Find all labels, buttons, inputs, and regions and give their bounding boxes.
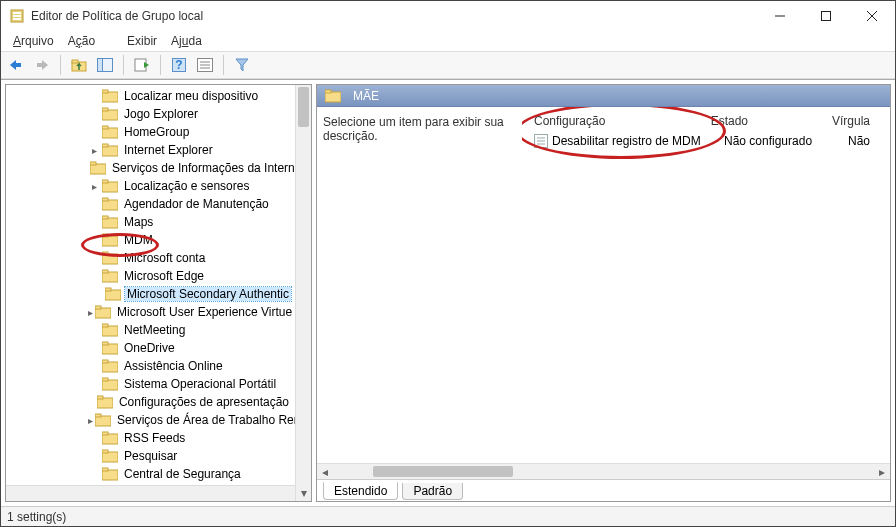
folder-icon xyxy=(95,413,111,427)
tree-item-label: Pesquisar xyxy=(122,449,179,463)
svg-rect-2 xyxy=(13,15,21,17)
menu-action[interactable]: Ação xyxy=(62,34,101,48)
tree-item[interactable]: MDM xyxy=(6,231,295,249)
scroll-left-arrow-icon[interactable]: ◂ xyxy=(317,465,333,479)
scroll-down-arrow-icon[interactable]: ▾ xyxy=(296,485,311,501)
tree-view[interactable]: Localizar meu dispositivoJogo ExplorerHo… xyxy=(6,85,295,501)
maximize-button[interactable] xyxy=(803,1,849,31)
toolbar-separator xyxy=(160,55,161,75)
tree-item-label: Microsoft Secondary Authentic xyxy=(125,287,291,301)
settings-column: Configuração Estado Vírgula Desabilitar … xyxy=(522,107,890,479)
tree-vertical-scrollbar[interactable]: ▴ ▾ xyxy=(295,85,311,501)
tree-item[interactable]: Sistema Operacional Portátil xyxy=(6,375,295,393)
menu-view[interactable]: Exibir xyxy=(121,34,163,48)
close-button[interactable] xyxy=(849,1,895,31)
back-button[interactable] xyxy=(5,54,27,76)
export-button[interactable] xyxy=(131,54,153,76)
scroll-right-arrow-icon[interactable]: ▸ xyxy=(874,465,890,479)
setting-name: Desabilitar registro de MDM xyxy=(552,134,701,148)
expand-icon[interactable]: ▸ xyxy=(88,415,93,426)
tree-item-label: Microsoft Edge xyxy=(122,269,206,283)
scroll-track[interactable] xyxy=(333,464,874,479)
scroll-thumb[interactable] xyxy=(373,466,513,477)
tree-item[interactable]: ▸Microsoft User Experience Virtue xyxy=(6,303,295,321)
expand-icon[interactable]: ▸ xyxy=(88,145,100,156)
scroll-thumb[interactable] xyxy=(298,87,309,127)
tree-item[interactable]: ▸Localização e sensores xyxy=(6,177,295,195)
filter-button[interactable] xyxy=(231,54,253,76)
toolbar-separator xyxy=(223,55,224,75)
tree-item-label: Central de Segurança xyxy=(122,467,243,481)
tree-item-label: Serviços de Área de Trabalho Remota xyxy=(115,413,295,427)
folder-icon xyxy=(95,305,111,319)
svg-rect-46 xyxy=(102,270,108,273)
svg-rect-42 xyxy=(102,234,108,237)
tree-item[interactable]: Maps xyxy=(6,213,295,231)
tree-item-label: Microsoft User Experience Virtue xyxy=(115,305,294,319)
column-header-setting[interactable]: Configuração xyxy=(524,114,701,128)
content-area: Localizar meu dispositivoJogo ExplorerHo… xyxy=(1,79,895,506)
tree-item[interactable]: Configurações de apresentação xyxy=(6,393,295,411)
tree-item[interactable]: ▸Serviços de Área de Trabalho Remota xyxy=(6,411,295,429)
forward-button[interactable] xyxy=(31,54,53,76)
column-header-comment[interactable]: Vírgula xyxy=(822,114,888,128)
properties-button[interactable] xyxy=(194,54,216,76)
svg-rect-58 xyxy=(102,378,108,381)
menu-file[interactable]: Arquivo xyxy=(7,34,60,48)
window-title: Editor de Política de Grupo local xyxy=(31,9,757,23)
tree-item[interactable]: ▸Internet Explorer xyxy=(6,141,295,159)
expand-icon[interactable]: ▸ xyxy=(88,307,93,318)
status-text: 1 setting(s) xyxy=(7,510,66,524)
tree-pane: Localizar meu dispositivoJogo ExplorerHo… xyxy=(5,84,312,502)
tree-item[interactable]: Assistência Online xyxy=(6,357,295,375)
tree-item[interactable]: Serviços de Informações da Internet xyxy=(6,159,295,177)
tree-item[interactable]: OneDrive xyxy=(6,339,295,357)
folder-icon xyxy=(102,377,118,391)
tree-item-label: Jogo Explorer xyxy=(122,107,200,121)
tree-item[interactable]: Microsoft Secondary Authentic xyxy=(6,285,295,303)
column-header-state[interactable]: Estado xyxy=(701,114,822,128)
tree-item-label: Configurações de apresentação xyxy=(117,395,291,409)
titlebar[interactable]: Editor de Política de Grupo local xyxy=(1,1,895,31)
description-hint: Selecione um item para exibir sua descri… xyxy=(323,115,504,143)
tree-item-label: Serviços de Informações da Internet xyxy=(110,161,295,175)
tree-item[interactable]: Agendador de Manutenção xyxy=(6,195,295,213)
tree-horizontal-scrollbar[interactable] xyxy=(6,485,295,501)
tree-item-label: NetMeeting xyxy=(122,323,187,337)
svg-rect-48 xyxy=(105,288,111,291)
folder-icon xyxy=(102,359,118,373)
menubar: Arquivo Ação Exibir Ajuda xyxy=(1,31,895,51)
expand-icon[interactable]: ▸ xyxy=(88,181,100,192)
tree-item[interactable]: Localizar meu dispositivo xyxy=(6,87,295,105)
tree-item[interactable]: Microsoft conta xyxy=(6,249,295,267)
tree-item[interactable]: Jogo Explorer xyxy=(6,105,295,123)
menu-help[interactable]: Ajuda xyxy=(165,34,208,48)
tree-item[interactable]: Microsoft Edge xyxy=(6,267,295,285)
folder-icon xyxy=(102,197,118,211)
tree-item[interactable]: Pesquisar xyxy=(6,447,295,465)
folder-icon xyxy=(102,89,118,103)
toolbar-separator xyxy=(60,55,61,75)
tree-item[interactable]: Central de Segurança xyxy=(6,465,295,483)
tree-item[interactable]: NetMeeting xyxy=(6,321,295,339)
setting-row[interactable]: Desabilitar registro de MDM Não configur… xyxy=(522,131,890,151)
tree-item-label: Agendador de Manutenção xyxy=(122,197,271,211)
up-folder-button[interactable] xyxy=(68,54,90,76)
folder-icon xyxy=(102,233,118,247)
detail-header-title: MÃE xyxy=(351,89,381,103)
description-column: Selecione um item para exibir sua descri… xyxy=(317,107,522,479)
detail-horizontal-scrollbar[interactable]: ◂ ▸ xyxy=(317,463,890,479)
show-hide-tree-button[interactable] xyxy=(94,54,116,76)
minimize-button[interactable] xyxy=(757,1,803,31)
statusbar: 1 setting(s) xyxy=(1,506,895,526)
svg-rect-36 xyxy=(102,180,108,183)
tab-extended[interactable]: Estendido xyxy=(323,482,398,500)
tree-item-label: HomeGroup xyxy=(122,125,191,139)
app-window: Editor de Política de Grupo local Arquiv… xyxy=(0,0,896,527)
svg-rect-68 xyxy=(102,468,108,471)
tree-item[interactable]: RSS Feeds xyxy=(6,429,295,447)
tree-item[interactable]: HomeGroup xyxy=(6,123,295,141)
tab-standard[interactable]: Padrão xyxy=(402,483,463,500)
svg-rect-32 xyxy=(102,144,108,147)
help-button[interactable]: ? xyxy=(168,54,190,76)
